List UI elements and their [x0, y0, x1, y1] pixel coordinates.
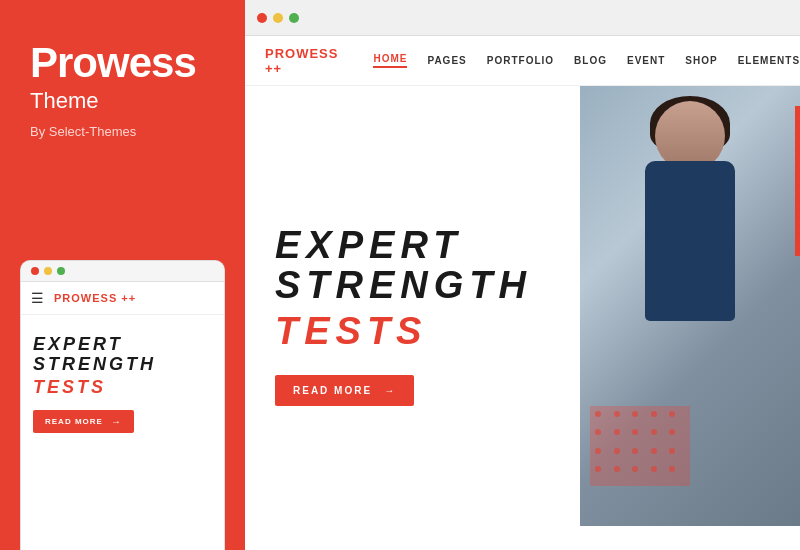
browser-dot-red: [257, 13, 267, 23]
nav-item-blog[interactable]: BLOG: [574, 55, 607, 66]
mobile-top-bar: [21, 261, 224, 282]
mobile-read-more-button[interactable]: READ MORE →: [33, 410, 134, 433]
left-panel: Prowess Theme By Select-Themes ☰ PROWESS…: [0, 0, 245, 550]
mobile-btn-label: READ MORE: [45, 417, 103, 426]
mobile-logo-suffix: ++: [117, 292, 136, 304]
hero-image-area: [580, 86, 800, 526]
nav-item-portfolio[interactable]: PORTFOLIO: [487, 55, 554, 66]
mobile-dot-red: [31, 267, 39, 275]
mobile-dot-green: [57, 267, 65, 275]
mobile-btn-arrow-icon: →: [111, 416, 122, 427]
nav-item-pages[interactable]: PAGES: [427, 55, 466, 66]
site-hero: EXPERT STRENGTH TESTS READ MORE →: [245, 86, 800, 526]
by-label: By Select-Themes: [30, 124, 215, 139]
accent-bar: [795, 106, 800, 256]
hero-headline-line1: EXPERT: [275, 226, 550, 266]
site-navigation: PROWESS ++ HOME PAGES PORTFOLIO BLOG EVE…: [245, 36, 800, 86]
prowess-title: Prowess: [30, 40, 215, 86]
nav-item-elements[interactable]: ELEMENTS: [738, 55, 800, 66]
woman-body: [645, 161, 735, 321]
website-mockup: PROWESS ++ HOME PAGES PORTFOLIO BLOG EVE…: [245, 36, 800, 550]
nav-item-event[interactable]: EVENT: [627, 55, 665, 66]
right-panel: PROWESS ++ HOME PAGES PORTFOLIO BLOG EVE…: [245, 0, 800, 550]
nav-item-shop[interactable]: SHOP: [685, 55, 717, 66]
browser-dot-green: [289, 13, 299, 23]
hero-btn-label: READ MORE: [293, 385, 372, 396]
site-logo-suffix: ++: [265, 61, 282, 76]
mobile-headline-line1: EXPERT: [33, 335, 212, 355]
hero-headline-accent: TESTS: [275, 310, 550, 353]
mobile-headline-accent: TESTS: [33, 377, 212, 398]
theme-title: Prowess Theme: [30, 40, 215, 114]
mobile-dot-yellow: [44, 267, 52, 275]
mobile-nav: ☰ PROWESS ++: [21, 282, 224, 315]
browser-dot-yellow: [273, 13, 283, 23]
site-logo: PROWESS ++: [265, 46, 338, 76]
browser-bar: [245, 0, 800, 36]
nav-item-home[interactable]: HOME: [373, 53, 407, 68]
hero-btn-arrow-icon: →: [384, 385, 396, 396]
mobile-headline-line2: STRENGTH: [33, 355, 212, 375]
mobile-hamburger-icon: ☰: [31, 290, 44, 306]
dot-pattern: [590, 406, 690, 486]
hero-left: EXPERT STRENGTH TESTS READ MORE →: [245, 86, 580, 526]
mobile-logo: PROWESS ++: [54, 292, 136, 304]
mobile-hero-section: EXPERT STRENGTH TESTS READ MORE →: [21, 315, 224, 448]
hero-headline-line2: STRENGTH: [275, 266, 550, 306]
mobile-mockup: ☰ PROWESS ++ EXPERT STRENGTH TESTS READ …: [20, 260, 225, 550]
hero-read-more-button[interactable]: READ MORE →: [275, 375, 414, 406]
theme-subtitle: Theme: [30, 88, 215, 114]
